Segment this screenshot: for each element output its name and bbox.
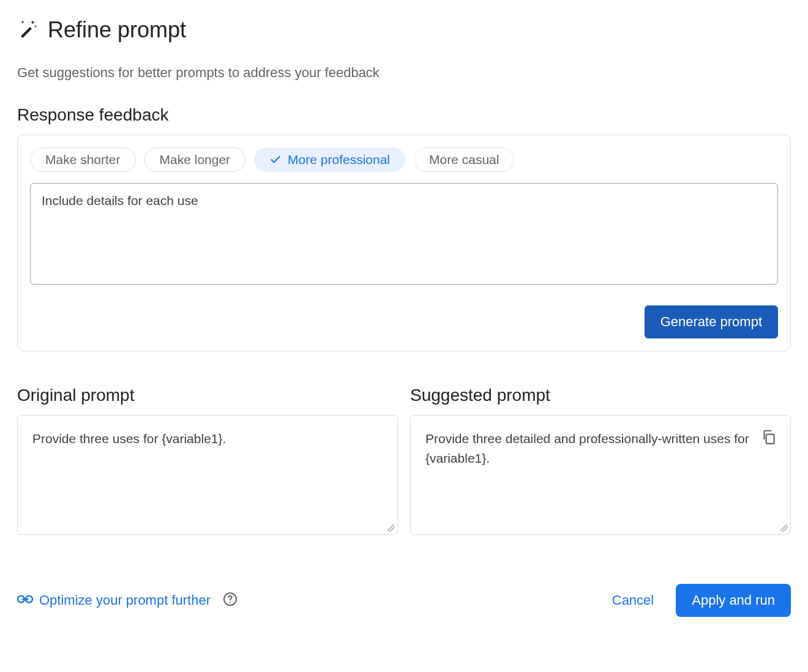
magic-wand-icon <box>17 18 39 42</box>
original-prompt-column: Original prompt Provide three uses for {… <box>17 386 398 535</box>
feedback-heading: Response feedback <box>17 105 791 125</box>
chip-label: Make shorter <box>45 152 121 167</box>
svg-rect-0 <box>766 435 774 444</box>
feedback-input[interactable] <box>30 183 778 285</box>
original-prompt-heading: Original prompt <box>17 386 398 405</box>
page-subtitle: Get suggestions for better prompts to ad… <box>17 65 791 81</box>
suggested-prompt-heading: Suggested prompt <box>410 386 791 405</box>
cancel-button[interactable]: Cancel <box>612 592 654 608</box>
suggested-prompt-column: Suggested prompt Provide three detailed … <box>410 386 791 535</box>
check-icon <box>269 154 282 166</box>
generate-row: Generate prompt <box>30 305 778 338</box>
help-icon[interactable] <box>217 592 238 609</box>
feedback-panel: Make shorter Make longer More profession… <box>17 135 791 351</box>
chip-label: More professional <box>288 152 390 167</box>
original-prompt-box[interactable]: Provide three uses for {variable1}. <box>17 415 398 535</box>
page-title: Refine prompt <box>48 17 186 43</box>
dialog-header: Refine prompt <box>17 17 791 43</box>
footer-left: Optimize your prompt further <box>17 592 238 609</box>
generate-prompt-button[interactable]: Generate prompt <box>645 305 778 338</box>
link-chain-icon <box>17 594 33 607</box>
apply-and-run-button[interactable]: Apply and run <box>676 584 791 617</box>
suggested-prompt-text: Provide three detailed and professionall… <box>425 429 751 468</box>
prompts-row: Original prompt Provide three uses for {… <box>17 386 791 535</box>
optimize-prompt-link[interactable]: Optimize your prompt further <box>39 592 211 608</box>
feedback-chips-row: Make shorter Make longer More profession… <box>30 147 778 172</box>
original-prompt-text: Provide three uses for {variable1}. <box>32 429 358 449</box>
chip-more-casual[interactable]: More casual <box>414 147 514 172</box>
copy-icon[interactable] <box>761 429 777 445</box>
chip-more-professional[interactable]: More professional <box>254 147 405 172</box>
chip-make-longer[interactable]: Make longer <box>144 147 246 172</box>
chip-label: Make longer <box>160 152 231 167</box>
suggested-prompt-box[interactable]: Provide three detailed and professionall… <box>410 415 791 535</box>
dialog-footer: Optimize your prompt further Cancel Appl… <box>17 584 791 617</box>
chip-make-shorter[interactable]: Make shorter <box>30 147 136 172</box>
footer-right: Cancel Apply and run <box>612 584 791 617</box>
chip-label: More casual <box>429 152 499 167</box>
svg-point-5 <box>230 602 231 603</box>
